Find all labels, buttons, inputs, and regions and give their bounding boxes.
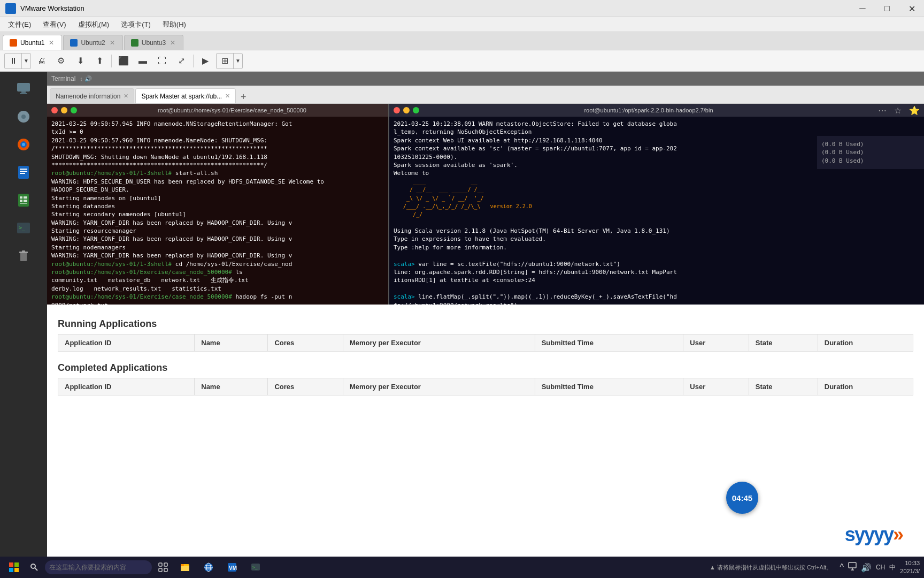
taskbar-app-explorer[interactable] (174, 559, 196, 576)
svg-rect-20 (20, 253, 27, 261)
tray-language[interactable]: 中 (889, 563, 896, 572)
taskbar-app-terminal[interactable]: >_ (245, 559, 266, 576)
main-area: >_ Terminal ↕ 🔊 Namenode information ✕ S… (0, 72, 924, 557)
vm-tab-ubuntu3[interactable]: Ubuntu3 ✕ (124, 35, 183, 50)
browser-tab-spark-close[interactable]: ✕ (225, 93, 230, 100)
completed-col-memory: Memory per Executor (343, 378, 535, 396)
svg-rect-11 (20, 173, 25, 174)
svg-rect-26 (14, 568, 19, 572)
timer-value: 04:45 (732, 493, 752, 503)
svg-line-28 (35, 568, 37, 571)
vm-tab-ubuntu1-close[interactable]: ✕ (48, 39, 55, 47)
browser-tab-spark-label: Spark Master at spark://ub... (141, 93, 222, 100)
vm-tab-ubuntu1-label: Ubuntu1 (20, 39, 44, 47)
terminal-right-bookmark[interactable]: ☆ (894, 105, 902, 116)
running-apps-table: Application ID Name Cores Memory per Exe… (58, 334, 913, 352)
menu-view[interactable]: 查看(V) (37, 18, 71, 31)
sidebar-item-spreadsheet[interactable] (9, 187, 38, 213)
vm-tab-ubuntu2-close[interactable]: ✕ (109, 39, 116, 47)
menu-file[interactable]: 文件(E) (3, 18, 36, 31)
view-dropdown[interactable]: ▼ (234, 54, 242, 69)
menu-tabs[interactable]: 选项卡(T) (116, 18, 156, 31)
svg-rect-8 (18, 166, 29, 179)
browser-tab-add[interactable]: + (237, 90, 250, 103)
clock-date: 2021/3/ (900, 567, 920, 575)
terminal-right-expand[interactable]: ⭐ (909, 105, 920, 116)
split-horizontal-button[interactable]: ▬ (134, 54, 151, 69)
tray-network[interactable] (848, 562, 857, 573)
maximize-button[interactable]: □ (875, 0, 899, 17)
sidebar-item-disk[interactable] (9, 104, 38, 130)
settings-button[interactable]: ⚙ (52, 54, 70, 69)
sidebar-item-trash[interactable] (9, 243, 38, 269)
svg-rect-13 (20, 196, 22, 199)
taskbar-search-input[interactable] (45, 560, 152, 574)
menu-vm[interactable]: 虚拟机(M) (73, 18, 115, 31)
terminal-right-body[interactable]: 2021-03-25 10:12:38,091 WARN metastore.O… (389, 117, 924, 305)
svg-rect-35 (181, 564, 184, 566)
vm-tab-ubuntu3-close[interactable]: ✕ (169, 39, 176, 47)
terminal-left-content: 2021-03-25 09:50:57,945 INFO namenode.NN… (51, 120, 384, 305)
clock-time: 10:33 (900, 559, 920, 567)
pause-group: ⏸ ▼ (4, 53, 31, 69)
vm-tab-ubuntu2[interactable]: Ubuntu2 ✕ (63, 35, 122, 50)
svg-rect-1 (21, 92, 26, 93)
browser-tab-namenode[interactable]: Namenode information ✕ (50, 88, 134, 103)
timer-badge: 04:45 (726, 482, 758, 514)
fullscreen2-button[interactable]: ⤢ (173, 54, 190, 69)
terminal-right-close[interactable] (394, 107, 400, 113)
view-group: ⊞ ▼ (216, 53, 243, 69)
taskbar-app-browser[interactable] (198, 559, 219, 576)
svg-rect-14 (24, 196, 27, 199)
pause-button[interactable]: ⏸ (5, 54, 22, 69)
taskbar-clock[interactable]: 10:33 2021/3/ (900, 559, 920, 576)
toolbar-sep2 (193, 55, 194, 67)
hdfs-row-3: (0.0 B Used) (821, 157, 920, 165)
terminal-left-min[interactable] (61, 107, 67, 113)
terminal-left[interactable]: root@ubuntu:/home/sys-01/Exercise/case_n… (47, 104, 389, 305)
search-icon (30, 563, 38, 572)
close-button[interactable]: ✕ (899, 0, 924, 17)
menu-help[interactable]: 帮助(H) (157, 18, 191, 31)
terminal-button[interactable]: ▶ (197, 54, 214, 69)
tray-chevron[interactable]: ^ (840, 562, 844, 572)
svg-rect-31 (159, 568, 162, 572)
taskbar-task-view[interactable] (154, 559, 172, 576)
sidebar-item-firefox[interactable] (9, 132, 38, 157)
browser-tab-spark[interactable]: Spark Master at spark://ub... ✕ (135, 88, 236, 103)
split-vertical-button[interactable]: ⬛ (115, 54, 132, 69)
minimize-button[interactable]: ─ (850, 0, 875, 17)
completed-col-duration: Duration (818, 378, 913, 396)
fullscreen1-button[interactable]: ⛶ (153, 54, 171, 69)
vm-tab-ubuntu1[interactable]: Ubuntu1 ✕ (3, 35, 62, 50)
terminal-right-min[interactable] (403, 107, 410, 113)
download-button[interactable]: ⬇ (72, 54, 89, 69)
running-apps-header-row: Application ID Name Cores Memory per Exe… (58, 334, 913, 352)
svg-rect-10 (20, 171, 27, 172)
print-button[interactable]: 🖨 (33, 54, 50, 69)
sidebar-item-monitor[interactable] (9, 76, 38, 102)
tray-volume[interactable]: 🔊 (861, 562, 872, 573)
terminal-right[interactable]: root@ubuntu1:/opt/spark-2.2.0-bin-hadoop… (389, 104, 924, 305)
view-button[interactable]: ⊞ (217, 54, 234, 69)
upload-button[interactable]: ⬆ (91, 54, 108, 69)
taskbar-search[interactable] (26, 559, 43, 576)
svg-point-27 (31, 564, 35, 568)
svg-rect-34 (181, 566, 189, 571)
terminal-right-menu[interactable]: ⋯ (878, 105, 887, 116)
terminal-left-close[interactable] (51, 107, 58, 113)
terminal-right-max[interactable] (413, 107, 419, 113)
sidebar-item-docs[interactable] (9, 159, 38, 185)
watermark-text: syyyy (845, 523, 893, 545)
pause-dropdown[interactable]: ▼ (22, 54, 30, 69)
terminal-left-body[interactable]: 2021-03-25 09:50:57,945 INFO namenode.NN… (47, 117, 388, 305)
tray-input-method[interactable]: CH (876, 564, 885, 571)
terminal-left-max[interactable] (71, 107, 77, 113)
svg-text:VM: VM (229, 565, 237, 571)
terminal-left-title: root@ubuntu:/home/sys-01/Exercise/case_n… (80, 107, 384, 113)
sidebar-item-terminal[interactable]: >_ (9, 215, 38, 241)
taskbar-app-vmware[interactable]: VM (221, 559, 243, 576)
split-view: root@ubuntu:/home/sys-01/Exercise/case_n… (47, 104, 924, 557)
windows-start-button[interactable] (4, 559, 24, 576)
browser-tab-namenode-close[interactable]: ✕ (124, 93, 128, 100)
